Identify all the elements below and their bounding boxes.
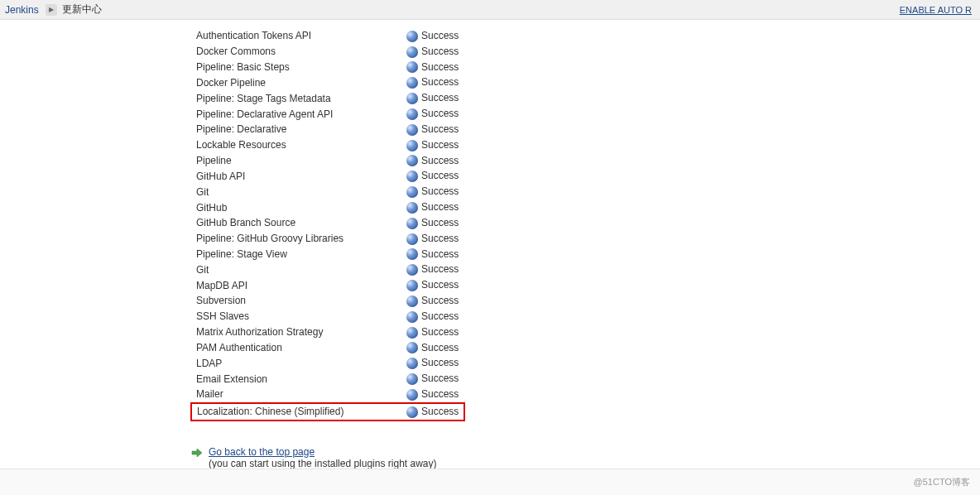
- table-row: Email ExtensionSuccess: [191, 371, 464, 387]
- table-row: Pipeline: Stage Tags MetadataSuccess: [191, 90, 464, 106]
- table-row: Pipeline: DeclarativeSuccess: [191, 122, 464, 137]
- footer-watermark: @51CTO博客: [914, 477, 970, 487]
- success-globe-icon: [406, 233, 418, 245]
- success-globe-icon: [406, 61, 418, 73]
- plugin-status: Success: [401, 153, 464, 169]
- plugin-name: Localization: Chinese (Simplified): [191, 403, 401, 421]
- status-text: Success: [421, 310, 459, 322]
- plugin-status: Success: [401, 199, 464, 215]
- plugin-status: Success: [401, 371, 464, 387]
- plugin-status: Success: [401, 247, 464, 262]
- table-row: MapDB APISuccess: [191, 277, 464, 293]
- plugin-status: Success: [401, 74, 464, 90]
- status-text: Success: [421, 342, 459, 353]
- plugin-name: Docker Pipeline: [191, 74, 401, 90]
- table-row: Lockable ResourcesSuccess: [191, 137, 464, 153]
- success-globe-icon: [406, 389, 418, 401]
- status-text: Success: [421, 61, 459, 73]
- table-row: GitHub APISuccess: [191, 168, 464, 184]
- auto-refresh-toggle[interactable]: ENABLE AUTO R: [900, 5, 975, 15]
- plugin-name: Pipeline: Declarative Agent API: [191, 106, 401, 122]
- status-text: Success: [421, 372, 459, 384]
- breadcrumb-root-link[interactable]: Jenkins: [5, 4, 39, 16]
- success-globe-icon: [406, 327, 418, 339]
- table-row: Matrix Authorization StrategySuccess: [191, 324, 464, 340]
- plugin-status: Success: [401, 293, 464, 309]
- status-text: Success: [421, 248, 459, 260]
- table-row: PAM AuthenticationSuccess: [191, 340, 464, 356]
- status-text: Success: [421, 263, 459, 275]
- table-row: Docker CommonsSuccess: [191, 44, 464, 60]
- plugin-status: Success: [401, 231, 464, 247]
- success-globe-icon: [406, 202, 418, 214]
- status-text: Success: [421, 76, 459, 88]
- breadcrumb: Jenkins ▶ 更新中心 ENABLE AUTO R: [0, 0, 980, 20]
- plugin-status: Success: [401, 215, 464, 231]
- go-back-link[interactable]: Go back to the top page: [209, 446, 436, 458]
- success-globe-icon: [406, 280, 418, 291]
- status-text: Success: [421, 92, 459, 103]
- status-text: Success: [421, 170, 459, 181]
- plugin-status: Success: [401, 106, 464, 122]
- plugin-status: Success: [401, 387, 464, 403]
- plugin-status: Success: [401, 184, 464, 199]
- success-globe-icon: [406, 311, 418, 323]
- plugin-status: Success: [401, 28, 464, 44]
- plugin-name: Authentication Tokens API: [191, 28, 401, 44]
- success-globe-icon: [406, 186, 418, 198]
- status-text: Success: [421, 30, 459, 41]
- plugin-status: Success: [401, 403, 464, 421]
- success-globe-icon: [406, 108, 418, 120]
- success-globe-icon: [406, 406, 418, 418]
- success-globe-icon: [406, 248, 418, 260]
- success-globe-icon: [406, 140, 418, 151]
- status-text: Success: [421, 233, 459, 244]
- table-row: GitSuccess: [191, 184, 464, 199]
- status-text: Success: [421, 279, 459, 291]
- plugin-name: MapDB API: [191, 277, 401, 293]
- status-text: Success: [421, 139, 459, 151]
- status-text: Success: [421, 108, 459, 119]
- plugin-name: GitHub: [191, 199, 401, 215]
- success-globe-icon: [406, 77, 418, 89]
- success-globe-icon: [406, 218, 418, 229]
- breadcrumb-separator-icon[interactable]: ▶: [46, 4, 57, 16]
- plugin-name: GitHub Branch Source: [191, 215, 401, 231]
- table-row: LDAPSuccess: [191, 355, 464, 371]
- table-row: SubversionSuccess: [191, 293, 464, 309]
- plugin-status: Success: [401, 44, 464, 60]
- success-globe-icon: [406, 358, 418, 369]
- breadcrumb-current: 更新中心: [62, 2, 102, 17]
- success-globe-icon: [406, 171, 418, 182]
- plugin-name: Matrix Authorization Strategy: [191, 324, 401, 340]
- table-row: Docker PipelineSuccess: [191, 74, 464, 90]
- success-globe-icon: [406, 342, 418, 353]
- status-text: Success: [421, 406, 459, 417]
- table-row: PipelineSuccess: [191, 153, 464, 169]
- plugin-status: Success: [401, 168, 464, 184]
- plugin-status: Success: [401, 324, 464, 340]
- success-globe-icon: [406, 264, 418, 276]
- success-globe-icon: [406, 155, 418, 166]
- plugin-name: Email Extension: [191, 371, 401, 387]
- plugin-name: LDAP: [191, 355, 401, 371]
- status-text: Success: [421, 388, 459, 400]
- success-globe-icon: [406, 296, 418, 307]
- success-globe-icon: [406, 46, 418, 58]
- plugin-name: Pipeline: Basic Steps: [191, 60, 401, 75]
- success-globe-icon: [406, 31, 418, 42]
- plugin-name: Mailer: [191, 387, 401, 403]
- go-back-hint: (you can start using the installed plugi…: [209, 458, 436, 469]
- plugin-name: Docker Commons: [191, 44, 401, 60]
- plugin-status: Success: [401, 60, 464, 75]
- plugin-name: Pipeline: Stage Tags Metadata: [191, 90, 401, 106]
- status-text: Success: [421, 123, 459, 135]
- status-text: Success: [421, 46, 459, 57]
- plugin-name: Pipeline: Stage View: [191, 247, 401, 262]
- plugin-name: Git: [191, 184, 401, 199]
- status-text: Success: [421, 201, 459, 213]
- table-row: GitSuccess: [191, 262, 464, 277]
- plugin-name: GitHub API: [191, 168, 401, 184]
- plugin-status: Success: [401, 137, 464, 153]
- table-row: Authentication Tokens APISuccess: [191, 28, 464, 44]
